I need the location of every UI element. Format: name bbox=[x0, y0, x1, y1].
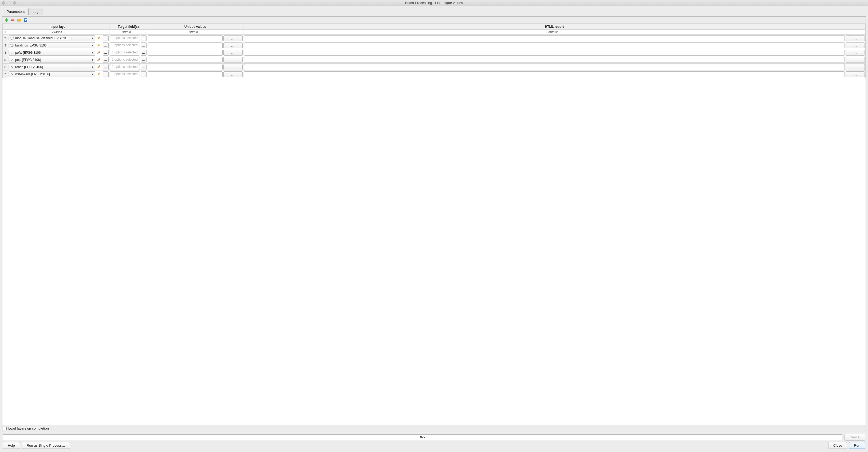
html-report-browse-button[interactable]: … bbox=[845, 64, 865, 70]
svg-point-8 bbox=[11, 53, 12, 53]
corner-header bbox=[3, 24, 8, 30]
batch-table: Input layer Target field(s) Unique value… bbox=[2, 24, 866, 78]
html-report-input[interactable] bbox=[244, 43, 845, 48]
html-report-browse-button[interactable]: … bbox=[845, 71, 865, 77]
target-fields-input[interactable]: 1 options selected bbox=[110, 64, 140, 70]
input-layer-combo[interactable]: buildings [EPSG:3106]▼ bbox=[8, 43, 95, 48]
input-layer-combo[interactable]: roads [EPSG:3106]▼ bbox=[8, 64, 95, 70]
html-report-input[interactable] bbox=[244, 35, 845, 41]
svg-rect-2 bbox=[11, 20, 14, 21]
unique-values-browse-button[interactable]: … bbox=[223, 43, 243, 48]
close-button[interactable]: Close bbox=[828, 442, 847, 449]
html-report-input[interactable] bbox=[244, 64, 845, 70]
autofill-unique-values[interactable]: Autofill…▾ bbox=[147, 30, 243, 35]
tab-parameters[interactable]: Parameters bbox=[3, 8, 29, 15]
unique-values-browse-button[interactable]: … bbox=[223, 35, 243, 41]
target-fields-input[interactable]: 1 options selected bbox=[110, 43, 140, 48]
col-header-html-report: HTML report bbox=[243, 24, 866, 30]
unique-values-browse-button[interactable]: … bbox=[223, 50, 243, 56]
unique-values-input[interactable] bbox=[148, 43, 223, 48]
target-fields-browse-button[interactable]: … bbox=[141, 71, 147, 77]
row-number: 6 bbox=[3, 63, 8, 71]
html-report-browse-button[interactable]: … bbox=[845, 35, 865, 41]
input-layer-combo[interactable]: pofw [EPSG:3106]▼ bbox=[8, 50, 95, 56]
input-layer-combo[interactable]: module8 landuse_cleaned [EPSG:3106]▼ bbox=[8, 35, 95, 41]
unique-values-input[interactable] bbox=[148, 35, 223, 41]
input-layer-combo[interactable]: waterways [EPSG:3106]▼ bbox=[8, 71, 95, 77]
target-fields-input[interactable]: 1 options selected bbox=[110, 71, 140, 77]
svg-point-9 bbox=[11, 59, 11, 59]
row-number: 1 bbox=[3, 30, 8, 35]
svg-point-6 bbox=[11, 52, 11, 52]
input-layer-browse-button[interactable]: … bbox=[103, 50, 108, 56]
html-report-input[interactable] bbox=[244, 50, 845, 56]
unique-values-browse-button[interactable]: … bbox=[223, 64, 243, 70]
input-layer-browse-button[interactable]: … bbox=[103, 43, 108, 48]
svg-point-7 bbox=[12, 52, 13, 52]
target-fields-input[interactable]: 1 options selected bbox=[110, 50, 140, 56]
unique-values-browse-button[interactable]: … bbox=[223, 71, 243, 77]
window-title: Batch Processing - List unique values bbox=[0, 1, 868, 5]
target-fields-input[interactable]: 1 options selected bbox=[110, 35, 140, 41]
unique-values-browse-button[interactable]: … bbox=[223, 57, 243, 63]
autofill-html-report[interactable]: Autofill…▾ bbox=[243, 30, 866, 35]
unique-values-input[interactable] bbox=[148, 71, 223, 77]
input-layer-label: buildings [EPSG:3106] bbox=[15, 44, 90, 47]
input-layer-browse-button[interactable]: … bbox=[103, 64, 108, 70]
input-layer-label: module8 landuse_cleaned [EPSG:3106] bbox=[15, 36, 90, 40]
target-fields-browse-button[interactable]: … bbox=[141, 64, 147, 70]
window-zoom-icon[interactable] bbox=[13, 1, 16, 4]
save-icon[interactable] bbox=[23, 18, 28, 23]
target-fields-input[interactable]: 1 options selected bbox=[110, 57, 140, 63]
autofill-input-layer[interactable]: Autofill…▾ bbox=[8, 30, 110, 35]
col-header-input-layer: Input layer bbox=[8, 24, 110, 30]
input-layer-browse-button[interactable]: … bbox=[103, 57, 108, 63]
titlebar: Batch Processing - List unique values bbox=[0, 0, 868, 6]
iterate-icon[interactable] bbox=[96, 57, 102, 63]
html-report-browse-button[interactable]: … bbox=[845, 57, 865, 63]
input-layer-label: pofw [EPSG:3106] bbox=[15, 51, 90, 55]
load-layers-checkbox[interactable] bbox=[3, 427, 7, 430]
tab-log[interactable]: Log bbox=[29, 8, 42, 15]
input-layer-browse-button[interactable]: … bbox=[103, 35, 108, 41]
html-report-browse-button[interactable]: … bbox=[845, 43, 865, 48]
target-fields-browse-button[interactable]: … bbox=[141, 50, 147, 56]
iterate-icon[interactable] bbox=[96, 64, 102, 70]
run-button[interactable]: Run bbox=[849, 442, 865, 449]
iterate-icon[interactable] bbox=[96, 43, 102, 48]
html-report-browse-button[interactable]: … bbox=[845, 50, 865, 56]
target-fields-browse-button[interactable]: … bbox=[141, 35, 147, 41]
help-button[interactable]: Help bbox=[3, 442, 20, 449]
row-number: 2 bbox=[3, 35, 8, 42]
input-layer-browse-button[interactable]: … bbox=[103, 71, 108, 77]
target-fields-browse-button[interactable]: … bbox=[141, 57, 147, 63]
input-layer-combo[interactable]: pois [EPSG:3106]▼ bbox=[8, 57, 95, 63]
input-layer-label: pois [EPSG:3106] bbox=[15, 58, 90, 62]
target-fields-browse-button[interactable]: … bbox=[141, 43, 147, 48]
row-number: 5 bbox=[3, 56, 8, 63]
svg-point-11 bbox=[11, 60, 12, 61]
svg-rect-5 bbox=[25, 20, 26, 21]
progress-bar: 0% bbox=[3, 434, 842, 440]
html-report-input[interactable] bbox=[244, 71, 845, 77]
batch-toolbar bbox=[2, 17, 866, 24]
open-icon[interactable] bbox=[17, 18, 22, 23]
iterate-icon[interactable] bbox=[96, 35, 102, 41]
autofill-target-fields[interactable]: Autofill…▾ bbox=[110, 30, 147, 35]
add-row-icon[interactable] bbox=[4, 18, 9, 23]
col-header-target-fields: Target field(s) bbox=[110, 24, 147, 30]
window-close-icon[interactable] bbox=[2, 1, 5, 4]
unique-values-input[interactable] bbox=[148, 64, 223, 70]
unique-values-input[interactable] bbox=[148, 50, 223, 56]
html-report-input[interactable] bbox=[244, 57, 845, 63]
iterate-icon[interactable] bbox=[96, 50, 102, 56]
remove-row-icon[interactable] bbox=[10, 18, 15, 23]
iterate-icon[interactable] bbox=[96, 71, 102, 77]
input-layer-label: waterways [EPSG:3106] bbox=[15, 73, 90, 76]
svg-point-10 bbox=[12, 59, 13, 60]
svg-rect-1 bbox=[5, 20, 8, 21]
parameters-panel: Input layer Target field(s) Unique value… bbox=[2, 16, 866, 432]
run-single-button[interactable]: Run as Single Process… bbox=[22, 442, 70, 449]
col-header-unique-values: Unique values bbox=[147, 24, 243, 30]
unique-values-input[interactable] bbox=[148, 57, 223, 63]
